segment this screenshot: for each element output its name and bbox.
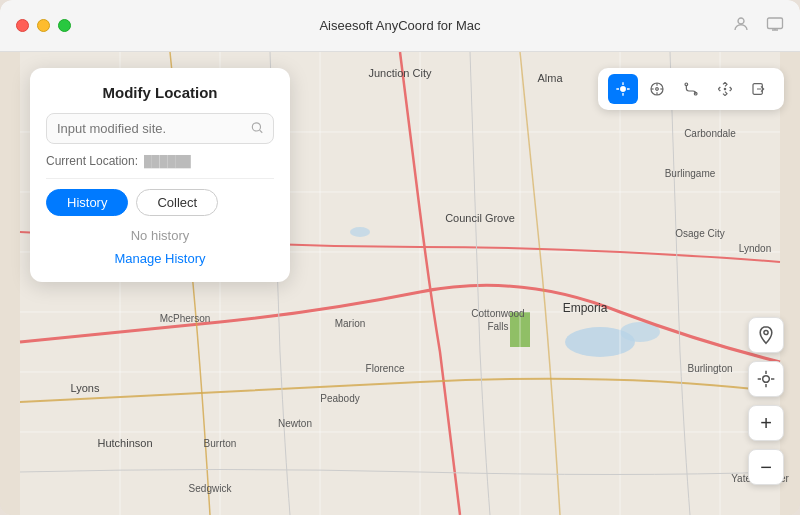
tab-row: History Collect bbox=[46, 189, 274, 216]
zoom-out-button[interactable]: − bbox=[748, 449, 784, 485]
svg-text:Hutchinson: Hutchinson bbox=[97, 437, 152, 449]
svg-text:Lyndon: Lyndon bbox=[739, 243, 771, 254]
svg-text:Newton: Newton bbox=[278, 418, 312, 429]
svg-text:Osage City: Osage City bbox=[675, 228, 724, 239]
svg-text:Council Grove: Council Grove bbox=[445, 212, 515, 224]
map-container[interactable]: Junction City Alma Abilene Carbondale Bu… bbox=[0, 52, 800, 515]
modify-location-panel: Modify Location Current Location: ██████… bbox=[30, 68, 290, 282]
svg-text:Carbondale: Carbondale bbox=[684, 128, 736, 139]
svg-point-45 bbox=[620, 86, 625, 91]
svg-point-47 bbox=[656, 88, 659, 91]
search-input-wrap bbox=[46, 113, 274, 144]
svg-text:Burlington: Burlington bbox=[687, 363, 732, 374]
svg-text:Burrton: Burrton bbox=[204, 438, 237, 449]
manage-history-link[interactable]: Manage History bbox=[46, 251, 274, 266]
history-tab[interactable]: History bbox=[46, 189, 128, 216]
svg-text:Alma: Alma bbox=[537, 72, 563, 84]
svg-text:Falls: Falls bbox=[487, 321, 508, 332]
svg-text:Florence: Florence bbox=[366, 363, 405, 374]
screen-icon[interactable] bbox=[766, 15, 784, 37]
collect-tab[interactable]: Collect bbox=[136, 189, 218, 216]
traffic-light-fullscreen[interactable] bbox=[58, 19, 71, 32]
search-icon bbox=[250, 120, 264, 137]
export-button[interactable] bbox=[744, 74, 774, 104]
svg-point-5 bbox=[350, 227, 370, 237]
traffic-light-close[interactable] bbox=[16, 19, 29, 32]
svg-text:Marion: Marion bbox=[335, 318, 366, 329]
map-sidebar-right: + − bbox=[748, 317, 784, 485]
pin-button[interactable] bbox=[748, 317, 784, 353]
title-bar: Aiseesoft AnyCoord for Mac bbox=[0, 0, 800, 52]
svg-point-61 bbox=[252, 122, 260, 130]
svg-text:Peabody: Peabody bbox=[320, 393, 359, 404]
app-title: Aiseesoft AnyCoord for Mac bbox=[319, 18, 480, 33]
svg-text:McPherson: McPherson bbox=[160, 313, 211, 324]
title-icons bbox=[732, 15, 784, 37]
user-icon[interactable] bbox=[732, 15, 750, 37]
svg-text:Sedgwick: Sedgwick bbox=[189, 483, 233, 494]
traffic-light-minimize[interactable] bbox=[37, 19, 50, 32]
svg-rect-1 bbox=[768, 18, 783, 29]
svg-line-62 bbox=[260, 130, 263, 133]
svg-point-55 bbox=[764, 330, 768, 334]
svg-point-56 bbox=[763, 376, 770, 383]
svg-point-0 bbox=[738, 18, 744, 24]
svg-text:Burlingame: Burlingame bbox=[665, 168, 716, 179]
svg-point-52 bbox=[685, 83, 688, 86]
current-location-value: ██████ bbox=[144, 155, 191, 167]
search-input[interactable] bbox=[46, 113, 274, 144]
location-mode-button[interactable] bbox=[608, 74, 638, 104]
map-toolbar bbox=[598, 68, 784, 110]
zoom-in-button[interactable]: + bbox=[748, 405, 784, 441]
panel-title: Modify Location bbox=[46, 84, 274, 101]
svg-text:Cottonwood: Cottonwood bbox=[471, 308, 524, 319]
recenter-button[interactable] bbox=[748, 361, 784, 397]
current-location-label: Current Location: bbox=[46, 154, 138, 168]
compass-button[interactable] bbox=[642, 74, 672, 104]
svg-point-54 bbox=[724, 88, 725, 89]
current-location-row: Current Location: ██████ bbox=[46, 154, 274, 179]
no-history-text: No history bbox=[46, 228, 274, 243]
move-button[interactable] bbox=[710, 74, 740, 104]
svg-text:Junction City: Junction City bbox=[369, 67, 432, 79]
svg-text:Lyons: Lyons bbox=[71, 382, 100, 394]
svg-text:Emporia: Emporia bbox=[563, 301, 608, 315]
route-button[interactable] bbox=[676, 74, 706, 104]
traffic-lights bbox=[16, 19, 71, 32]
